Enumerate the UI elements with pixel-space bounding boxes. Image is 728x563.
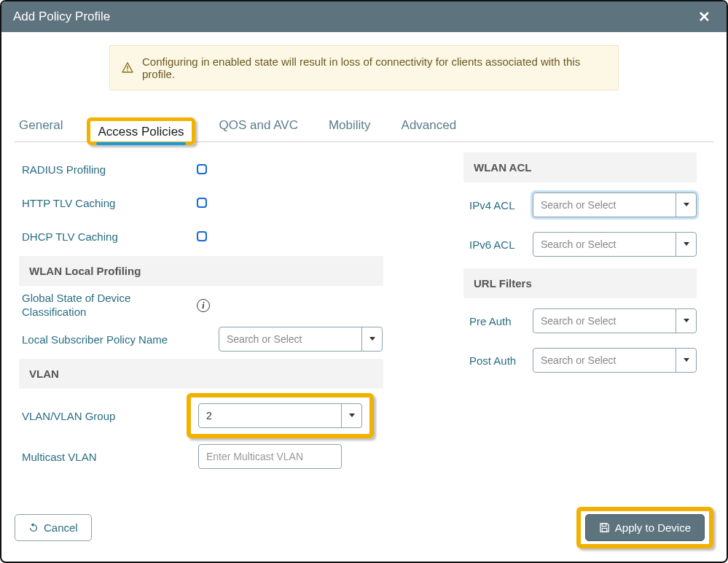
label-post-auth: Post Auth (466, 354, 533, 367)
input-pre-auth[interactable] (533, 309, 676, 333)
input-ipv6-acl[interactable] (533, 233, 676, 256)
undo-icon (28, 523, 39, 533)
row-multicast-vlan: Multicast VLAN (19, 440, 383, 473)
row-ipv4-acl: IPv4 ACL (463, 185, 697, 225)
combo-local-subscriber[interactable] (219, 327, 383, 352)
row-radius-profiling: RADIUS Profiling (19, 152, 383, 186)
combo-ipv6-acl[interactable] (533, 232, 697, 257)
tab-bar: General Access Policies QOS and AVC Mobi… (15, 111, 713, 142)
row-pre-auth: Pre Auth (463, 301, 697, 341)
highlight-apply: Apply to Device (576, 507, 713, 548)
input-multicast-vlan[interactable] (198, 444, 342, 469)
combo-ipv4-acl[interactable] (533, 193, 697, 217)
close-icon[interactable]: ✕ (694, 8, 715, 26)
combo-pre-auth[interactable] (533, 308, 697, 333)
info-icon[interactable]: i (197, 299, 210, 312)
label-ipv4-acl: IPv4 ACL (466, 199, 533, 211)
label-http-tlv: HTTP TLV Caching (22, 197, 197, 209)
label-multicast-vlan: Multicast VLAN (22, 451, 197, 463)
row-global-state: Global State of Device Classification i (19, 289, 383, 322)
title-bar: Add Policy Profile ✕ (1, 1, 727, 32)
tab-mobility[interactable]: Mobility (326, 111, 374, 141)
checkbox-http-tlv[interactable] (197, 198, 207, 208)
input-vlan-group[interactable] (199, 404, 341, 427)
label-local-subscriber: Local Subscriber Policy Name (22, 333, 197, 346)
warning-banner: Configuring in enabled state will result… (109, 45, 619, 90)
combo-vlan-group[interactable] (198, 403, 362, 428)
tab-general[interactable]: General (16, 111, 66, 141)
dialog-footer: Cancel Apply to Device (1, 495, 727, 562)
left-column: RADIUS Profiling HTTP TLV Caching DHCP T… (19, 152, 383, 473)
svg-rect-3 (602, 528, 607, 532)
label-dhcp-tlv: DHCP TLV Caching (22, 230, 197, 243)
svg-rect-0 (127, 66, 128, 69)
label-radius-profiling: RADIUS Profiling (22, 163, 197, 176)
window-title: Add Policy Profile (13, 9, 110, 24)
chevron-down-icon[interactable] (676, 193, 696, 217)
row-local-subscriber: Local Subscriber Policy Name (19, 322, 383, 356)
header-vlan: VLAN (19, 359, 383, 389)
header-wlan-local-profiling: WLAN Local Profiling (19, 256, 383, 286)
checkbox-dhcp-tlv[interactable] (197, 231, 207, 241)
row-dhcp-tlv: DHCP TLV Caching (19, 220, 383, 253)
dialog-add-policy-profile: Add Policy Profile ✕ Configuring in enab… (0, 0, 728, 563)
label-ipv6-acl: IPv6 ACL (466, 238, 533, 251)
header-url-filters: URL Filters (463, 268, 697, 298)
label-vlan-group: VLAN/VLAN Group (22, 410, 197, 422)
label-pre-auth: Pre Auth (466, 315, 533, 327)
cancel-button[interactable]: Cancel (15, 514, 92, 541)
highlight-access-policies: Access Policies (87, 117, 195, 145)
chevron-down-icon[interactable] (676, 309, 696, 333)
row-http-tlv: HTTP TLV Caching (19, 186, 383, 220)
apply-to-device-button[interactable]: Apply to Device (585, 514, 705, 541)
row-vlan-group: VLAN/VLAN Group (19, 392, 383, 440)
chevron-down-icon[interactable] (341, 404, 361, 427)
chevron-down-icon[interactable] (361, 327, 382, 351)
warning-text: Configuring in enabled state will result… (142, 55, 606, 80)
input-local-subscriber[interactable] (219, 327, 361, 351)
input-ipv4-acl[interactable] (533, 193, 676, 217)
right-column: WLAN ACL IPv4 ACL IPv6 ACL (463, 152, 697, 473)
svg-rect-1 (127, 70, 128, 71)
cancel-button-label: Cancel (44, 521, 78, 534)
tab-access-policies[interactable]: Access Policies (95, 117, 187, 147)
chevron-down-icon[interactable] (676, 233, 696, 256)
form-body: RADIUS Profiling HTTP TLV Caching DHCP T… (15, 142, 713, 473)
apply-button-label: Apply to Device (615, 521, 691, 534)
row-ipv6-acl: IPv6 ACL (463, 225, 697, 264)
svg-rect-2 (602, 524, 606, 527)
tab-qos-avc[interactable]: QOS and AVC (216, 111, 301, 141)
tab-advanced[interactable]: Advanced (399, 111, 460, 141)
chevron-down-icon[interactable] (676, 349, 696, 372)
header-wlan-acl: WLAN ACL (463, 152, 697, 182)
label-global-state: Global State of Device Classification (22, 292, 197, 319)
combo-post-auth[interactable] (533, 348, 697, 373)
row-post-auth: Post Auth (463, 341, 697, 380)
dialog-content: Configuring in enabled state will result… (1, 32, 727, 495)
checkbox-radius-profiling[interactable] (197, 164, 207, 174)
warning-icon (122, 62, 133, 74)
highlight-vlan-group (187, 393, 374, 438)
input-post-auth[interactable] (533, 349, 676, 372)
save-icon (599, 522, 610, 533)
